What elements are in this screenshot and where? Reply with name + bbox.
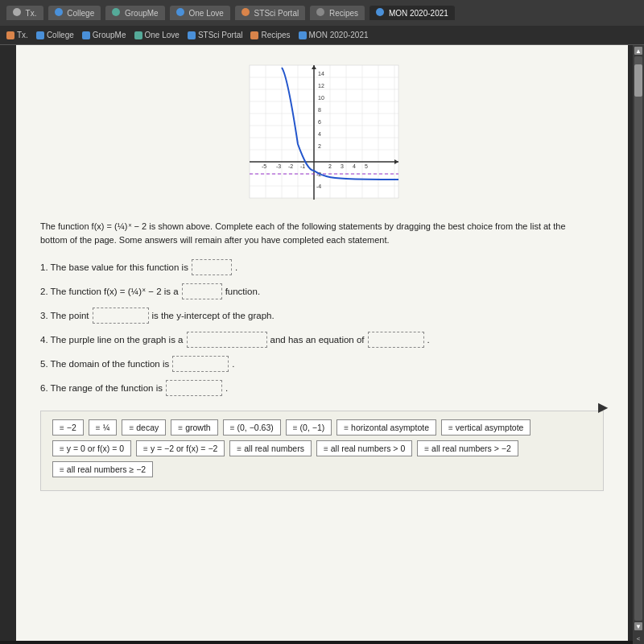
graph-container: 14 12 10 8 6 4 2 -2 -4 -5 -3 -2 -1 2 3 4…: [40, 61, 604, 210]
question-2: 2. The function f(x) = (¼)ˣ − 2 is a fun…: [40, 283, 604, 299]
bookmark-recipes[interactable]: Recipes: [250, 31, 290, 39]
question-1: 1. The base value for this function is .: [40, 259, 604, 275]
svg-text:5: 5: [365, 163, 368, 169]
question-4: 4. The purple line on the graph is a and…: [40, 332, 604, 348]
choices-row-3: ≡ all real numbers ≥ −2: [52, 461, 592, 477]
svg-text:-2: -2: [288, 163, 293, 169]
bookmark-icon-onelove: [134, 31, 142, 39]
choice-y0[interactable]: ≡ y = 0 or f(x) = 0: [52, 440, 131, 456]
answer-box-3[interactable]: [93, 308, 149, 324]
svg-text:4: 4: [318, 131, 321, 137]
scroll-down-btn[interactable]: ▼: [634, 622, 642, 630]
bookmark-tx[interactable]: Tx.: [6, 31, 28, 39]
scroll-up-btn[interactable]: ▲: [634, 47, 642, 55]
svg-text:-3: -3: [276, 163, 281, 169]
choice-growth[interactable]: ≡ growth: [171, 419, 217, 436]
tab-mon[interactable]: MON 2020-2021: [369, 6, 455, 20]
choice-decay[interactable]: ≡ decay: [122, 419, 166, 436]
bookmark-icon-groupme: [82, 31, 90, 39]
question-5: 5. The domain of the function is .: [40, 356, 604, 372]
choice-vertical-asymptote[interactable]: ≡ vertical asymptote: [441, 419, 530, 436]
browser-bar: Tx. College GroupMe One Love STSci Porta…: [0, 0, 644, 26]
scroll-track[interactable]: [634, 56, 642, 621]
collapse-panel-btn[interactable]: <: [637, 635, 641, 642]
choice-all-real-gt0[interactable]: ≡ all real numbers > 0: [316, 440, 412, 456]
tab-groupme[interactable]: GroupMe: [105, 6, 164, 20]
tab-icon-stsci: [242, 8, 250, 16]
svg-text:-1: -1: [300, 163, 305, 169]
choice-quarter[interactable]: ≡ ¼: [89, 419, 118, 436]
choice-yneg2[interactable]: ≡ y = −2 or f(x) = −2: [136, 440, 225, 456]
choice-all-real[interactable]: ≡ all real numbers: [229, 440, 312, 456]
function-graph: 14 12 10 8 6 4 2 -2 -4 -5 -3 -2 -1 2 3 4…: [233, 61, 411, 210]
tab-icon-onelove: [176, 8, 184, 16]
bookmark-onelove[interactable]: One Love: [134, 31, 180, 39]
svg-text:2: 2: [328, 163, 332, 169]
svg-text:6: 6: [318, 119, 321, 125]
question-3: 3. The point is the y-intercept of the g…: [40, 308, 604, 324]
svg-text:2: 2: [318, 143, 321, 149]
choice-all-real-geqneg2[interactable]: ≡ all real numbers ≥ −2: [52, 461, 153, 477]
bookmark-college[interactable]: College: [36, 31, 74, 39]
choices-row-2: ≡ y = 0 or f(x) = 0 ≡ y = −2 or f(x) = −…: [52, 440, 592, 456]
bookmark-stsci[interactable]: STSci Portal: [188, 31, 243, 39]
bookmark-icon-recipes: [250, 31, 258, 39]
tab-college[interactable]: College: [48, 6, 101, 20]
answer-box-4a[interactable]: [187, 332, 267, 348]
answer-choices-panel: ≡ −2 ≡ ¼ ≡ decay ≡ growth ≡ (0, −0.63) ≡…: [40, 411, 604, 491]
tab-icon-groupme: [112, 8, 120, 16]
answer-box-6[interactable]: [166, 380, 222, 396]
choice-point-063[interactable]: ≡ (0, −0.63): [223, 419, 281, 436]
choice-all-real-gtneg2[interactable]: ≡ all real numbers > −2: [417, 440, 518, 456]
bookmark-icon-college: [36, 31, 44, 39]
svg-text:10: 10: [318, 95, 324, 101]
tab-icon-tx: [13, 8, 21, 16]
answer-box-4b[interactable]: [368, 332, 424, 348]
bookmark-icon-tx: [6, 31, 14, 39]
tab-icon-recipes: [316, 8, 324, 16]
choices-row-1: ≡ −2 ≡ ¼ ≡ decay ≡ growth ≡ (0, −0.63) ≡…: [52, 419, 592, 436]
bookmark-icon-mon: [299, 31, 307, 39]
svg-text:12: 12: [318, 83, 324, 89]
tab-icon-mon: [376, 8, 384, 16]
choice-neg2[interactable]: ≡ −2: [52, 419, 84, 436]
choice-point-neg1[interactable]: ≡ (0, −1): [286, 419, 332, 436]
tab-recipes[interactable]: Recipes: [310, 6, 365, 20]
tab-tx[interactable]: Tx.: [6, 6, 43, 20]
svg-text:4: 4: [353, 163, 356, 169]
bookmarks-bar: Tx. College GroupMe One Love STSci Porta…: [0, 26, 644, 45]
answer-box-2[interactable]: [182, 283, 222, 299]
svg-text:8: 8: [318, 107, 321, 113]
bookmark-icon-stsci: [188, 31, 196, 39]
bookmark-mon[interactable]: MON 2020-2021: [299, 31, 369, 39]
instructions-text: The function f(x) = (¼)ˣ − 2 is shown ab…: [40, 220, 604, 246]
scroll-thumb[interactable]: [634, 64, 642, 97]
tab-stsci[interactable]: STSci Portal: [235, 6, 305, 20]
tab-onelove[interactable]: One Love: [170, 6, 230, 20]
answer-box-5[interactable]: [172, 356, 229, 372]
tab-icon-college: [55, 8, 63, 16]
main-content: 14 12 10 8 6 4 2 -2 -4 -5 -3 -2 -1 2 3 4…: [16, 45, 628, 641]
answer-box-1[interactable]: [192, 259, 232, 275]
svg-text:-4: -4: [316, 184, 321, 189]
question-6: 6. The range of the function is .: [40, 380, 604, 396]
choice-horizontal-asymptote[interactable]: ≡ horizontal asymptote: [336, 419, 436, 436]
scrollbar[interactable]: ▲ ▼ <: [633, 45, 644, 644]
svg-text:14: 14: [318, 71, 324, 76]
bookmark-groupme[interactable]: GroupMe: [82, 31, 126, 39]
svg-text:3: 3: [341, 163, 344, 169]
svg-text:-5: -5: [262, 163, 266, 169]
